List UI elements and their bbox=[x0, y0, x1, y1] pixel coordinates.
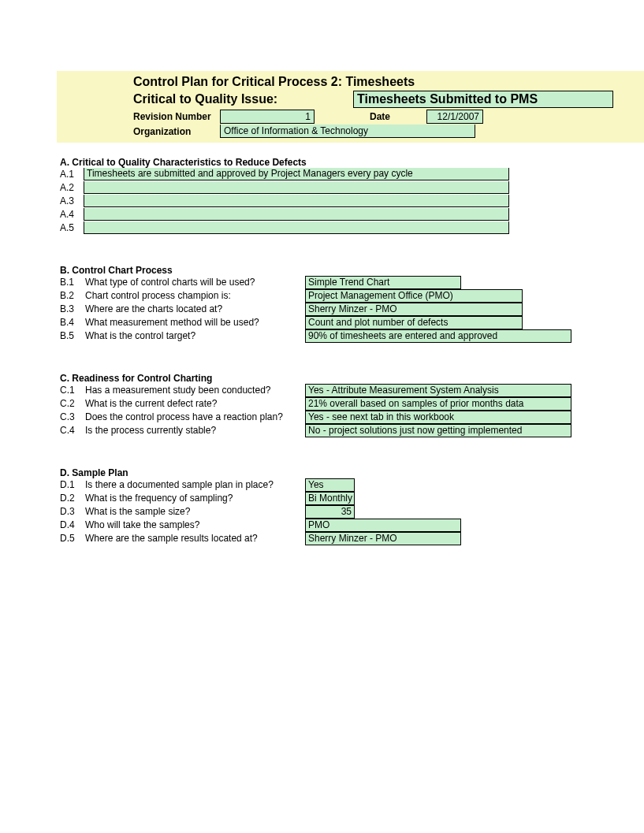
answer-field[interactable]: Sherry Minzer - PMO bbox=[305, 303, 523, 316]
question-text: What is the sample size? bbox=[84, 505, 305, 519]
row-id: B.4 bbox=[57, 316, 84, 329]
answer-field[interactable]: Bi Monthly bbox=[305, 492, 355, 505]
revision-label: Revision Number bbox=[133, 111, 220, 122]
section-a-row: A.3 bbox=[57, 195, 644, 208]
question-text: Is the process currently stable? bbox=[84, 424, 305, 437]
answer-field[interactable]: 35 bbox=[305, 505, 355, 519]
row-id: A.1 bbox=[57, 168, 84, 181]
qa-row: D.2What is the frequency of sampling?Bi … bbox=[57, 492, 644, 505]
qa-row: D.4Who will take the samples?PMO bbox=[57, 519, 644, 532]
characteristic-field[interactable] bbox=[84, 221, 509, 234]
date-field[interactable]: 12/1/2007 bbox=[426, 110, 483, 124]
row-id: B.5 bbox=[57, 329, 84, 343]
page: Control Plan for Critical Process 2: Tim… bbox=[0, 0, 644, 545]
date-label: Date bbox=[315, 111, 425, 122]
characteristic-field[interactable] bbox=[84, 181, 509, 194]
qa-row: C.3Does the control process have a react… bbox=[57, 411, 644, 424]
row-id: D.5 bbox=[57, 532, 84, 545]
qa-row: B.5What is the control target?90% of tim… bbox=[57, 329, 644, 343]
section-b: B. Control Chart Process B.1What type of… bbox=[57, 265, 644, 343]
characteristic-field[interactable]: Timesheets are submitted and approved by… bbox=[84, 168, 509, 180]
qa-row: D.3What is the sample size?35 bbox=[57, 505, 644, 519]
qa-row: B.4What measurement method will be used?… bbox=[57, 316, 644, 329]
row-id: A.2 bbox=[57, 181, 84, 195]
answer-field[interactable]: PMO bbox=[305, 519, 461, 532]
section-d-title: D. Sample Plan bbox=[57, 467, 644, 478]
section-a-row: A.5 bbox=[57, 221, 644, 235]
section-a-row: A.1Timesheets are submitted and approved… bbox=[57, 168, 644, 181]
question-text: Where are the charts located at? bbox=[84, 303, 305, 316]
section-a-title: A. Critical to Quality Characteristics t… bbox=[57, 157, 644, 168]
question-text: Has a measurement study been conducted? bbox=[84, 384, 305, 397]
answer-field[interactable]: Sherry Minzer - PMO bbox=[305, 532, 461, 545]
row-id: A.3 bbox=[57, 195, 84, 208]
qa-row: B.1What type of control charts will be u… bbox=[57, 276, 644, 289]
org-field[interactable]: Office of Information & Technology bbox=[220, 125, 475, 138]
qa-row: B.3Where are the charts located at?Sherr… bbox=[57, 303, 644, 316]
question-text: What is the frequency of sampling? bbox=[84, 492, 305, 505]
question-text: What is the current defect rate? bbox=[84, 397, 305, 411]
row-id: C.3 bbox=[57, 411, 84, 424]
page-title: Control Plan for Critical Process 2: Tim… bbox=[133, 74, 644, 90]
answer-field[interactable]: Yes bbox=[305, 478, 355, 492]
row-id: B.1 bbox=[57, 276, 84, 289]
characteristic-field[interactable] bbox=[84, 195, 509, 207]
question-text: What is the control target? bbox=[84, 329, 305, 343]
row-id: D.2 bbox=[57, 492, 84, 505]
question-text: Is there a documented sample plan in pla… bbox=[84, 478, 305, 492]
answer-field[interactable]: Count and plot number of defects bbox=[305, 316, 523, 329]
row-id: A.4 bbox=[57, 208, 84, 221]
row-id: D.3 bbox=[57, 505, 84, 519]
characteristic-field[interactable] bbox=[84, 208, 509, 221]
qa-row: C.4Is the process currently stable?No - … bbox=[57, 424, 644, 437]
row-id: A.5 bbox=[57, 221, 84, 235]
section-c: C. Readiness for Control Charting C.1Has… bbox=[57, 373, 644, 437]
section-c-title: C. Readiness for Control Charting bbox=[57, 373, 644, 384]
answer-field[interactable]: Yes - Attribute Measurement System Analy… bbox=[305, 384, 571, 397]
row-id: C.1 bbox=[57, 384, 84, 397]
question-text: Where are the sample results located at? bbox=[84, 532, 305, 545]
question-text: What measurement method will be used? bbox=[84, 316, 305, 329]
row-id: D.1 bbox=[57, 478, 84, 492]
section-a: A. Critical to Quality Characteristics t… bbox=[57, 157, 644, 235]
section-a-row: A.4 bbox=[57, 208, 644, 221]
row-id: B.2 bbox=[57, 289, 84, 303]
subtitle-label: Critical to Quality Issue: bbox=[133, 92, 326, 106]
answer-field[interactable]: Project Management Office (PMO) bbox=[305, 289, 523, 303]
question-text: Who will take the samples? bbox=[84, 519, 305, 532]
question-text: Does the control process have a reaction… bbox=[84, 411, 305, 424]
section-b-title: B. Control Chart Process bbox=[57, 265, 644, 276]
header-block: Control Plan for Critical Process 2: Tim… bbox=[57, 71, 644, 143]
answer-field[interactable]: Yes - see next tab in this workbook bbox=[305, 411, 571, 424]
answer-field[interactable]: Simple Trend Chart bbox=[305, 276, 461, 289]
org-label: Organization bbox=[133, 126, 220, 137]
answer-field[interactable]: No - project solutions just now getting … bbox=[305, 424, 571, 437]
row-id: D.4 bbox=[57, 519, 84, 532]
answer-field[interactable]: 90% of timesheets are entered and approv… bbox=[305, 329, 571, 343]
answer-field[interactable]: 21% overall based on samples of prior mo… bbox=[305, 397, 571, 411]
qa-row: C.2What is the current defect rate?21% o… bbox=[57, 397, 644, 411]
section-d: D. Sample Plan D.1Is there a documented … bbox=[57, 467, 644, 545]
row-id: C.2 bbox=[57, 397, 84, 411]
row-id: C.4 bbox=[57, 424, 84, 437]
qa-row: C.1Has a measurement study been conducte… bbox=[57, 384, 644, 397]
section-a-row: A.2 bbox=[57, 181, 644, 195]
question-text: What type of control charts will be used… bbox=[84, 276, 305, 289]
issue-field[interactable]: Timesheets Submitted to PMS bbox=[353, 91, 613, 108]
question-text: Chart control process champion is: bbox=[84, 289, 305, 303]
revision-field[interactable]: 1 bbox=[220, 110, 315, 124]
row-id: B.3 bbox=[57, 303, 84, 316]
qa-row: D.1Is there a documented sample plan in … bbox=[57, 478, 644, 492]
qa-row: B.2Chart control process champion is:Pro… bbox=[57, 289, 644, 303]
qa-row: D.5Where are the sample results located … bbox=[57, 532, 644, 545]
